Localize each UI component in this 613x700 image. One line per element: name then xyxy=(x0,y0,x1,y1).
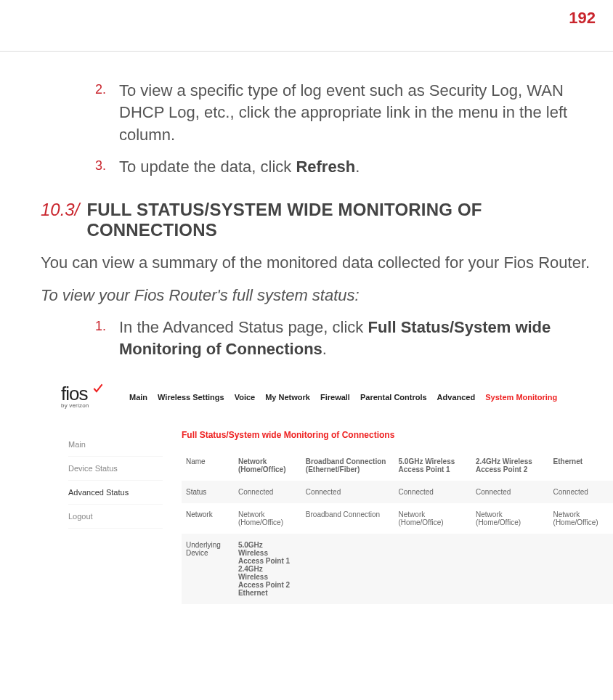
nav-voice[interactable]: Voice xyxy=(235,393,256,402)
status-cell: Connected xyxy=(234,481,301,503)
status-cell: Connected xyxy=(471,481,549,503)
top-divider xyxy=(0,51,613,52)
logo-subtext: by verizon xyxy=(61,402,116,409)
step-text-post: . xyxy=(355,158,360,176)
main-panel: Full Status/System wide Monitoring of Co… xyxy=(170,423,613,604)
nav-advanced[interactable]: Advanced xyxy=(437,393,476,402)
nav-firewall[interactable]: Firewall xyxy=(320,393,350,402)
upper-step-list: 2. To view a specific type of log event … xyxy=(41,80,598,178)
col-5ghz[interactable]: 5.0GHz Wireless Access Point 1 xyxy=(394,450,472,481)
sidebar-item-advanced-status[interactable]: Advanced Status xyxy=(68,481,163,505)
step-number: 3. xyxy=(41,156,119,178)
fios-logo: fios by verizon xyxy=(61,386,116,409)
nav-system-monitoring[interactable]: System Monitoring xyxy=(485,393,557,402)
col-24ghz[interactable]: 2.4GHz Wireless Access Point 2 xyxy=(471,450,549,481)
network-cell: Network (Home/Office) xyxy=(234,503,301,534)
top-nav: fios by verizon Main Wireless Settings V… xyxy=(61,381,613,422)
nav-wireless-settings[interactable]: Wireless Settings xyxy=(158,393,224,402)
step-2: 2. To view a specific type of log event … xyxy=(41,80,598,146)
nav-main[interactable]: Main xyxy=(129,393,147,402)
panel-title: Full Status/System wide Monitoring of Co… xyxy=(182,430,613,440)
status-cell: Connected xyxy=(394,481,472,503)
paragraph-italic: To view your Fios Router's full system s… xyxy=(41,286,598,305)
row-label: Network xyxy=(182,503,234,534)
step-text-pre: To update the data, click xyxy=(119,158,296,176)
status-cell: Connected xyxy=(301,481,394,503)
step-number: 2. xyxy=(41,80,119,146)
table-row-network: Network Network (Home/Office) Broadband … xyxy=(182,503,613,534)
row-label: Underlying Device xyxy=(182,534,234,604)
sidebar: Main Device Status Advanced Status Logou… xyxy=(61,423,170,604)
col-broadband[interactable]: Broadband Connection (Ethernet/Fiber) xyxy=(301,450,394,481)
step-text: To update the data, click Refresh. xyxy=(119,156,598,178)
step-text-post: . xyxy=(322,340,327,358)
paragraph-intro: You can view a summary of the monitored … xyxy=(41,252,598,274)
table-row-underlying-device: Underlying Device 5.0GHz Wireless Access… xyxy=(182,534,613,604)
sidebar-item-logout[interactable]: Logout xyxy=(68,505,163,529)
step-text-bold: Refresh xyxy=(296,158,355,176)
step-text-pre: To view a specific type of log event suc… xyxy=(119,81,567,144)
check-icon xyxy=(93,383,103,394)
network-cell: Network (Home/Office) xyxy=(471,503,549,534)
sidebar-item-device-status[interactable]: Device Status xyxy=(68,457,163,481)
section-title: FULL STATUS/SYSTEM WIDE MONITORING OF CO… xyxy=(86,200,598,240)
document-content: 2. To view a specific type of log event … xyxy=(41,80,598,604)
step-1: 1. In the Advanced Status page, click Fu… xyxy=(41,317,598,361)
col-network-home[interactable]: Network (Home/Office) xyxy=(234,450,301,481)
col-ethernet[interactable]: Ethernet xyxy=(549,450,613,481)
connections-table: Name Network (Home/Office) Broadband Con… xyxy=(182,450,613,604)
logo-text: fios xyxy=(61,386,116,402)
network-cell: Network (Home/Office) xyxy=(394,503,472,534)
step-number: 1. xyxy=(41,317,119,361)
network-cell: Network (Home/Office) xyxy=(549,503,613,534)
sidebar-item-main[interactable]: Main xyxy=(68,433,163,457)
ui-body: Main Device Status Advanced Status Logou… xyxy=(61,422,613,604)
nav-parental-controls[interactable]: Parental Controls xyxy=(360,393,427,402)
status-cell: Connected xyxy=(549,481,613,503)
table-row-name: Name Network (Home/Office) Broadband Con… xyxy=(182,450,613,481)
embedded-ui-screenshot: fios by verizon Main Wireless Settings V… xyxy=(61,381,613,604)
step-3: 3. To update the data, click Refresh. xyxy=(41,156,598,178)
network-cell: Broadband Connection xyxy=(301,503,394,534)
underlying-device-cell[interactable]: 5.0GHz Wireless Access Point 1 2.4GHz Wi… xyxy=(234,534,301,604)
section-heading: 10.3/ FULL STATUS/SYSTEM WIDE MONITORING… xyxy=(41,200,598,240)
section-number: 10.3/ xyxy=(41,200,79,220)
step-text: In the Advanced Status page, click Full … xyxy=(119,317,598,361)
step-text: To view a specific type of log event suc… xyxy=(119,80,598,146)
nav-my-network[interactable]: My Network xyxy=(265,393,310,402)
table-row-status: Status Connected Connected Connected Con… xyxy=(182,481,613,503)
page-number: 192 xyxy=(569,9,596,28)
row-label: Name xyxy=(182,450,234,481)
step-text-pre: In the Advanced Status page, click xyxy=(119,318,368,336)
lower-step-list: 1. In the Advanced Status page, click Fu… xyxy=(41,317,598,361)
row-label: Status xyxy=(182,481,234,503)
